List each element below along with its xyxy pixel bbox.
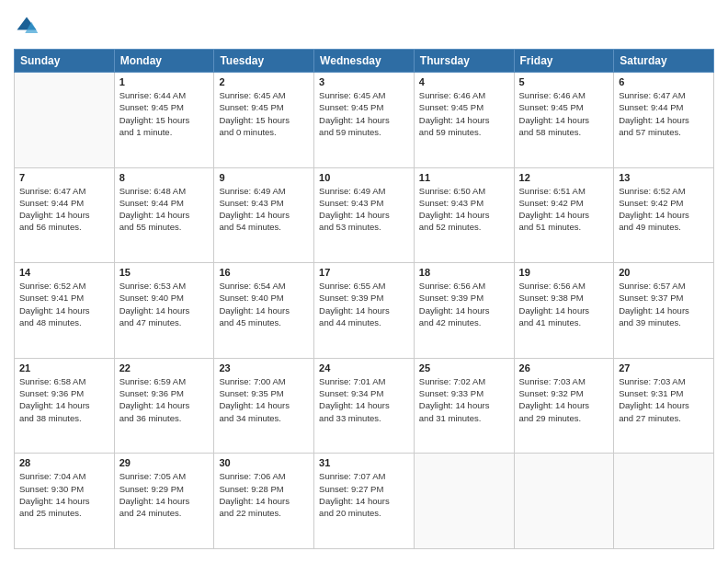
day-info: Sunrise: 7:07 AM Sunset: 9:27 PM Dayligh… <box>319 470 409 519</box>
calendar-cell <box>15 73 115 168</box>
calendar-cell: 26Sunrise: 7:03 AM Sunset: 9:32 PM Dayli… <box>514 358 614 454</box>
day-info: Sunrise: 6:52 AM Sunset: 9:41 PM Dayligh… <box>19 280 109 328</box>
calendar-cell: 1Sunrise: 6:44 AM Sunset: 9:45 PM Daylig… <box>114 73 214 168</box>
page: SundayMondayTuesdayWednesdayThursdayFrid… <box>0 0 728 563</box>
day-number: 16 <box>219 267 309 278</box>
day-info: Sunrise: 6:46 AM Sunset: 9:45 PM Dayligh… <box>419 89 509 138</box>
day-of-week-tuesday: Tuesday <box>214 50 314 73</box>
day-info: Sunrise: 6:48 AM Sunset: 9:44 PM Dayligh… <box>119 185 210 234</box>
day-info: Sunrise: 6:47 AM Sunset: 9:44 PM Dayligh… <box>619 89 709 138</box>
calendar-cell: 14Sunrise: 6:52 AM Sunset: 9:41 PM Dayli… <box>15 263 115 359</box>
day-info: Sunrise: 7:03 AM Sunset: 9:31 PM Dayligh… <box>619 375 709 424</box>
calendar-cell: 25Sunrise: 7:02 AM Sunset: 9:33 PM Dayli… <box>414 358 514 454</box>
day-info: Sunrise: 6:56 AM Sunset: 9:38 PM Dayligh… <box>519 280 609 328</box>
day-number: 25 <box>419 362 509 373</box>
day-info: Sunrise: 7:06 AM Sunset: 9:28 PM Dayligh… <box>219 470 309 519</box>
calendar-cell: 3Sunrise: 6:45 AM Sunset: 9:45 PM Daylig… <box>314 73 415 168</box>
day-number: 6 <box>619 76 709 87</box>
calendar-body: 1Sunrise: 6:44 AM Sunset: 9:45 PM Daylig… <box>15 73 714 549</box>
week-row-2: 7Sunrise: 6:47 AM Sunset: 9:44 PM Daylig… <box>15 167 714 263</box>
calendar-cell <box>614 454 714 549</box>
calendar-cell <box>514 454 614 549</box>
day-number: 10 <box>319 172 409 183</box>
day-info: Sunrise: 6:54 AM Sunset: 9:40 PM Dayligh… <box>219 280 309 328</box>
day-info: Sunrise: 6:51 AM Sunset: 9:42 PM Dayligh… <box>519 185 609 234</box>
day-number: 27 <box>619 362 709 373</box>
day-number: 4 <box>419 76 509 87</box>
day-info: Sunrise: 6:59 AM Sunset: 9:36 PM Dayligh… <box>119 375 210 424</box>
week-row-5: 28Sunrise: 7:04 AM Sunset: 9:30 PM Dayli… <box>15 454 714 549</box>
week-row-3: 14Sunrise: 6:52 AM Sunset: 9:41 PM Dayli… <box>15 263 714 359</box>
days-of-week-row: SundayMondayTuesdayWednesdayThursdayFrid… <box>15 50 714 73</box>
day-info: Sunrise: 7:02 AM Sunset: 9:33 PM Dayligh… <box>419 375 509 424</box>
day-info: Sunrise: 6:57 AM Sunset: 9:37 PM Dayligh… <box>619 280 709 328</box>
day-info: Sunrise: 6:49 AM Sunset: 9:43 PM Dayligh… <box>219 185 309 234</box>
day-info: Sunrise: 6:47 AM Sunset: 9:44 PM Dayligh… <box>19 185 109 234</box>
calendar-cell: 13Sunrise: 6:52 AM Sunset: 9:42 PM Dayli… <box>614 167 714 263</box>
day-info: Sunrise: 7:00 AM Sunset: 9:35 PM Dayligh… <box>219 375 309 424</box>
day-info: Sunrise: 6:49 AM Sunset: 9:43 PM Dayligh… <box>319 185 409 234</box>
week-row-1: 1Sunrise: 6:44 AM Sunset: 9:45 PM Daylig… <box>15 73 714 168</box>
calendar-table: SundayMondayTuesdayWednesdayThursdayFrid… <box>14 49 714 549</box>
day-number: 21 <box>19 362 109 373</box>
calendar-header: SundayMondayTuesdayWednesdayThursdayFrid… <box>15 50 714 73</box>
calendar-cell: 28Sunrise: 7:04 AM Sunset: 9:30 PM Dayli… <box>15 454 115 549</box>
calendar-cell: 21Sunrise: 6:58 AM Sunset: 9:36 PM Dayli… <box>15 358 115 454</box>
calendar-cell: 18Sunrise: 6:56 AM Sunset: 9:39 PM Dayli… <box>414 263 514 359</box>
logo <box>14 14 41 40</box>
calendar-cell <box>414 454 514 549</box>
day-of-week-saturday: Saturday <box>614 50 714 73</box>
day-number: 3 <box>319 76 409 87</box>
calendar-cell: 20Sunrise: 6:57 AM Sunset: 9:37 PM Dayli… <box>614 263 714 359</box>
day-number: 5 <box>519 76 609 87</box>
day-number: 15 <box>119 267 210 278</box>
day-info: Sunrise: 6:55 AM Sunset: 9:39 PM Dayligh… <box>319 280 409 328</box>
day-number: 29 <box>119 457 210 468</box>
calendar-cell: 16Sunrise: 6:54 AM Sunset: 9:40 PM Dayli… <box>214 263 314 359</box>
day-number: 20 <box>619 267 709 278</box>
day-number: 28 <box>19 457 109 468</box>
day-number: 9 <box>219 172 309 183</box>
calendar-cell: 30Sunrise: 7:06 AM Sunset: 9:28 PM Dayli… <box>214 454 314 549</box>
day-number: 1 <box>119 76 210 87</box>
calendar-cell: 11Sunrise: 6:50 AM Sunset: 9:43 PM Dayli… <box>414 167 514 263</box>
day-of-week-wednesday: Wednesday <box>314 50 415 73</box>
day-number: 12 <box>519 172 609 183</box>
calendar-cell: 8Sunrise: 6:48 AM Sunset: 9:44 PM Daylig… <box>114 167 214 263</box>
day-info: Sunrise: 6:58 AM Sunset: 9:36 PM Dayligh… <box>19 375 109 424</box>
calendar-cell: 7Sunrise: 6:47 AM Sunset: 9:44 PM Daylig… <box>15 167 115 263</box>
day-number: 13 <box>619 172 709 183</box>
week-row-4: 21Sunrise: 6:58 AM Sunset: 9:36 PM Dayli… <box>15 358 714 454</box>
calendar-cell: 22Sunrise: 6:59 AM Sunset: 9:36 PM Dayli… <box>114 358 214 454</box>
day-number: 19 <box>519 267 609 278</box>
day-info: Sunrise: 6:50 AM Sunset: 9:43 PM Dayligh… <box>419 185 509 234</box>
day-info: Sunrise: 6:56 AM Sunset: 9:39 PM Dayligh… <box>419 280 509 328</box>
calendar-cell: 15Sunrise: 6:53 AM Sunset: 9:40 PM Dayli… <box>114 263 214 359</box>
day-number: 30 <box>219 457 309 468</box>
day-number: 2 <box>219 76 309 87</box>
day-info: Sunrise: 6:45 AM Sunset: 9:45 PM Dayligh… <box>219 89 309 138</box>
day-number: 31 <box>319 457 409 468</box>
calendar-cell: 12Sunrise: 6:51 AM Sunset: 9:42 PM Dayli… <box>514 167 614 263</box>
calendar-cell: 10Sunrise: 6:49 AM Sunset: 9:43 PM Dayli… <box>314 167 415 263</box>
day-info: Sunrise: 6:52 AM Sunset: 9:42 PM Dayligh… <box>619 185 709 234</box>
day-number: 24 <box>319 362 409 373</box>
day-info: Sunrise: 6:45 AM Sunset: 9:45 PM Dayligh… <box>319 89 409 138</box>
day-of-week-monday: Monday <box>114 50 214 73</box>
day-number: 11 <box>419 172 509 183</box>
day-of-week-thursday: Thursday <box>414 50 514 73</box>
day-info: Sunrise: 6:46 AM Sunset: 9:45 PM Dayligh… <box>519 89 609 138</box>
day-of-week-sunday: Sunday <box>15 50 115 73</box>
day-info: Sunrise: 7:04 AM Sunset: 9:30 PM Dayligh… <box>19 470 109 519</box>
logo-icon <box>14 14 40 40</box>
day-of-week-friday: Friday <box>514 50 614 73</box>
calendar-cell: 23Sunrise: 7:00 AM Sunset: 9:35 PM Dayli… <box>214 358 314 454</box>
day-number: 17 <box>319 267 409 278</box>
calendar-cell: 9Sunrise: 6:49 AM Sunset: 9:43 PM Daylig… <box>214 167 314 263</box>
day-info: Sunrise: 7:01 AM Sunset: 9:34 PM Dayligh… <box>319 375 409 424</box>
calendar-cell: 27Sunrise: 7:03 AM Sunset: 9:31 PM Dayli… <box>614 358 714 454</box>
calendar-cell: 6Sunrise: 6:47 AM Sunset: 9:44 PM Daylig… <box>614 73 714 168</box>
day-number: 7 <box>19 172 109 183</box>
day-number: 23 <box>219 362 309 373</box>
day-info: Sunrise: 6:53 AM Sunset: 9:40 PM Dayligh… <box>119 280 210 328</box>
